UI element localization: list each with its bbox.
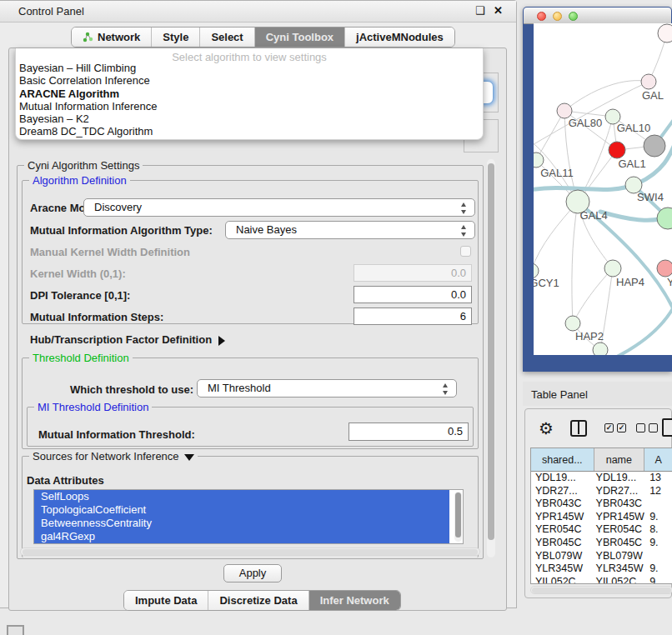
algorithm-option-selected[interactable]: ARACNE Algorithm — [16, 88, 483, 100]
node[interactable] — [658, 24, 672, 42]
control-panel-window: Control Panel ❑ ✕ Network Style Select C… — [0, 0, 517, 608]
node-hap2[interactable] — [565, 316, 580, 331]
algorithm-option[interactable]: Mutual Information Inference — [16, 100, 483, 112]
tab-network[interactable]: Network — [72, 28, 152, 47]
mi-threshold-field[interactable]: 0.5 — [349, 422, 469, 441]
unchecked-checkbox-icon[interactable] — [649, 423, 658, 432]
attribute-item[interactable]: SelfLoops — [34, 490, 449, 503]
table-row[interactable]: YLR345W YLR345W 9. — [531, 562, 672, 576]
network-canvas[interactable]: GAL GAL80 GAL10 GAL1 GAL11 SWI4 GAL4 GCY… — [534, 23, 672, 355]
kernel-width-label: Kernel Width (0,1): — [30, 268, 126, 280]
table-row[interactable]: YBR043C YBR043C — [531, 498, 672, 511]
node-hap4[interactable] — [604, 260, 621, 277]
manual-kernel-width-checkbox[interactable] — [460, 246, 471, 257]
checked-checkbox-icon[interactable]: ✓ — [604, 423, 614, 432]
table-row[interactable]: YBL079W YBL079W — [531, 550, 672, 563]
mi-steps-field[interactable]: 6 — [354, 308, 472, 325]
close-window-icon[interactable]: ✕ — [494, 4, 503, 17]
which-threshold-select[interactable]: MI Threshold — [197, 379, 457, 398]
dropdown-placeholder: Select algorithm to view settings — [16, 48, 483, 62]
column-header-name[interactable]: name — [594, 448, 645, 471]
node-gal1[interactable] — [609, 142, 625, 158]
unchecked-checkbox-icon[interactable] — [636, 423, 645, 432]
table-row[interactable]: YDR27... YDR27... 12 — [531, 485, 672, 498]
algorithm-option[interactable]: Basic Correlation Inference — [16, 74, 483, 87]
apply-button[interactable]: Apply — [223, 564, 282, 582]
control-panel-titlebar: Control Panel ❑ ✕ — [0, 1, 516, 22]
mi-algorithm-type-select[interactable]: Naive Bayes — [225, 221, 475, 239]
aracne-mode-select[interactable]: Discovery — [83, 198, 475, 217]
table-row-partial[interactable]: YIL052C YIL052C 9 — [531, 576, 672, 584]
columns-icon[interactable] — [570, 420, 587, 437]
zoom-traffic-light[interactable] — [569, 12, 578, 21]
node-label: SWI4 — [637, 191, 664, 203]
column-header-shared-name[interactable]: shared... — [531, 448, 594, 471]
combo-stepper-icon — [443, 383, 449, 395]
node-bottom[interactable] — [593, 342, 608, 355]
algorithm-option[interactable]: Bayesian – K2 — [16, 112, 483, 125]
gear-icon[interactable]: ⚙ — [539, 420, 554, 437]
float-window-icon[interactable]: ❑ — [475, 4, 485, 17]
minimize-traffic-light[interactable] — [553, 12, 562, 21]
kernel-width-field[interactable]: 0.0 — [354, 264, 472, 282]
combo-stepper-icon — [461, 225, 467, 237]
document-icon[interactable] — [662, 418, 672, 437]
algorithm-dropdown-list: Select algorithm to view settings Bayesi… — [15, 48, 484, 140]
attribute-item[interactable]: gal4RGexp — [34, 530, 449, 543]
node-label: GAL4 — [579, 209, 607, 222]
tab-cyni-toolbox[interactable]: Cyni Toolbox — [255, 28, 345, 47]
node-label: GAL11 — [540, 167, 574, 179]
network-graph: GAL GAL80 GAL10 GAL1 GAL11 SWI4 GAL4 GCY… — [534, 23, 672, 355]
algorithm-definition-title: Algorithm Definition — [29, 174, 130, 187]
expand-right-icon — [218, 336, 225, 346]
attribute-list-scrollbar[interactable] — [454, 492, 462, 542]
table-horizontal-scrollbar[interactable] — [530, 586, 672, 594]
column-header-partial[interactable]: A — [644, 448, 672, 471]
table-row[interactable]: YBR045C YBR045C 9. — [531, 537, 672, 550]
table-row[interactable]: YER054C YER054C 8. — [531, 523, 672, 537]
node-gray[interactable] — [644, 135, 665, 157]
mi-threshold-definition-title: MI Threshold Definition — [34, 401, 152, 413]
attribute-item[interactable]: BetweennessCentrality — [34, 517, 449, 530]
dpi-tolerance-label: DPI Tolerance [0,1]: — [30, 289, 130, 302]
tab-jactivemnodules[interactable]: jActiveMNodules — [345, 28, 454, 47]
attribute-item[interactable]: TopologicalCoefficient — [34, 503, 449, 517]
node-salmon[interactable] — [657, 260, 672, 277]
network-icon — [83, 32, 93, 42]
close-traffic-light[interactable] — [537, 12, 546, 21]
settings-vertical-scrollbar[interactable] — [487, 159, 495, 558]
combo-stepper-icon — [461, 202, 467, 214]
mi-steps-label: Mutual Information Steps: — [30, 311, 163, 323]
tab-style[interactable]: Style — [152, 28, 200, 47]
table-row[interactable]: YPR145W YPR145W 9. — [531, 511, 672, 524]
table-panel-header: Table Panel — [523, 382, 672, 406]
table-panel-window: ⚙ ✓ ✓ shared... name A YDL19... YDL19...… — [524, 408, 672, 598]
tab-impute-data[interactable]: Impute Data — [124, 591, 208, 610]
node-label: GAL10 — [617, 122, 650, 134]
dpi-tolerance-field[interactable]: 0.0 — [354, 286, 472, 303]
algorithm-option[interactable]: Dream8 DC_TDC Algorithm — [16, 125, 483, 138]
mi-algorithm-type-label: Mutual Information Algorithm Type: — [30, 224, 213, 237]
tab-discretize-data[interactable]: Discretize Data — [208, 591, 308, 610]
table-panel-title: Table Panel — [531, 388, 588, 401]
node-gal[interactable] — [641, 74, 656, 89]
sources-title[interactable]: Sources for Network Inference — [29, 450, 198, 462]
network-window-titlebar — [524, 8, 671, 24]
node-gal11[interactable] — [534, 152, 544, 168]
node-label: GAL1 — [618, 158, 645, 170]
settings-horizontal-scrollbar[interactable] — [20, 548, 480, 556]
hub-definition-toggle[interactable]: Hub/Transcription Factor Definition — [30, 333, 225, 346]
tab-infer-network[interactable]: Infer Network — [309, 591, 400, 610]
threshold-definition-title: Threshold Definition — [29, 352, 133, 364]
tab-select[interactable]: Select — [200, 28, 254, 47]
minimized-panel-button[interactable] — [7, 625, 24, 635]
node-label: Y — [667, 276, 672, 288]
control-panel-tab-bar: Network Style Select Cyni Toolbox jActiv… — [71, 27, 455, 48]
table-row[interactable]: YDL19... YDL19... 13 — [531, 472, 672, 485]
algorithm-option[interactable]: Bayesian – Hill Climbing — [16, 62, 483, 74]
mi-threshold-label: Mutual Information Threshold: — [38, 428, 195, 441]
collapse-down-icon — [184, 454, 194, 461]
table-header-row: shared... name A — [531, 448, 672, 472]
which-threshold-label: Which threshold to use: — [70, 383, 193, 396]
checked-checkbox-icon[interactable]: ✓ — [617, 423, 626, 432]
